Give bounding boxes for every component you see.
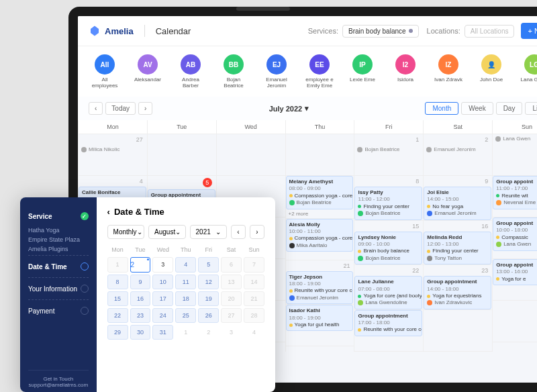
calendar-event[interactable]: Group appointment14:00 - 18:00Yoga for e… bbox=[424, 276, 491, 309]
calendar-cell[interactable] bbox=[493, 301, 537, 342]
mini-day[interactable]: 19 bbox=[198, 291, 219, 306]
calendar-cell[interactable]: Group appoint11:00 - 17:00Reunite witNev… bbox=[493, 176, 537, 217]
calendar-cell[interactable]: Alesia Molly10:00 - 11:00Compassion yoga… bbox=[286, 219, 354, 260]
employee-avatar[interactable]: ABAndrea Barber bbox=[175, 54, 207, 89]
step-payment[interactable]: Payment bbox=[28, 301, 89, 320]
calendar-cell[interactable]: Group appoint10:00 - 18:00CompassicLana … bbox=[493, 217, 537, 259]
mini-day[interactable]: 27 bbox=[221, 308, 242, 323]
year-select[interactable]: 2021⌄ bbox=[190, 225, 227, 239]
calendar-event[interactable]: Group appoint11:00 - 17:00Reunite witNev… bbox=[493, 176, 537, 209]
recurrence-select[interactable]: Monthly⌄ bbox=[107, 225, 144, 239]
mini-day[interactable]: 23 bbox=[130, 308, 151, 323]
employee-avatar[interactable]: EEemployee eEmily Eme bbox=[303, 54, 336, 89]
mini-day[interactable]: 13 bbox=[221, 275, 242, 289]
mini-day[interactable]: 25 bbox=[175, 308, 196, 323]
calendar-event[interactable]: Melany Amethyst08:00 - 09:00Compassion y… bbox=[286, 176, 354, 209]
calendar-event[interactable]: Lane Julianne07:00 - 08:00Yoga for core … bbox=[354, 276, 422, 309]
mini-day[interactable]: 9 bbox=[130, 275, 151, 289]
calendar-event[interactable]: Lyndsey Nonie09:00 - 10:00Brain body bal… bbox=[354, 232, 422, 265]
step-info[interactable]: Your Information bbox=[28, 279, 89, 298]
month-select[interactable]: August⌄ bbox=[148, 225, 185, 239]
calendar-event[interactable]: Group appoint13:00 - 16:00Yoga for e bbox=[493, 259, 537, 285]
calendar-cell[interactable]: 9Joi Elsie14:00 - 15:00No fear yogaEmanu… bbox=[424, 176, 492, 221]
calendar-cell[interactable]: 16Melinda Redd12:00 - 13:00Finding your … bbox=[424, 221, 492, 266]
calendar-cell[interactable]: 2Emanuel Jeronim bbox=[424, 134, 492, 176]
calendar-event[interactable]: Isador Kathi18:00 - 19:00Yoga for gut he… bbox=[286, 305, 354, 331]
calendar-cell[interactable]: Group appointment17:00 - 18:00Reunite wi… bbox=[354, 310, 423, 352]
employee-avatar[interactable]: AllAll employees bbox=[89, 54, 121, 89]
mini-day[interactable]: 4 bbox=[244, 325, 264, 340]
calendar-cell[interactable]: 27Milica Nikolic bbox=[79, 134, 147, 176]
calendar-event[interactable]: Joi Elsie14:00 - 15:00No fear yogaEmanue… bbox=[424, 187, 491, 220]
mini-day[interactable]: 11 bbox=[175, 275, 196, 289]
calendar-cell[interactable]: 23Group appointment14:00 - 18:00Yoga for… bbox=[424, 265, 492, 310]
period-label[interactable]: July 2022▾ bbox=[269, 104, 309, 113]
calendar-cell[interactable] bbox=[286, 134, 354, 176]
prev-button[interactable]: ‹ bbox=[89, 102, 103, 115]
calendar-cell[interactable]: 21Tiger Jepson18:00 - 19:00Reunite with … bbox=[286, 260, 354, 305]
step-service[interactable]: Service✓ bbox=[28, 207, 89, 226]
calendar-cell[interactable]: 22Lane Julianne07:00 - 08:00Yoga for cor… bbox=[354, 265, 423, 310]
mini-day[interactable]: 3 bbox=[221, 325, 242, 340]
more-link[interactable]: +2 more bbox=[286, 209, 354, 218]
mini-day[interactable]: 22 bbox=[107, 308, 128, 323]
calendar-cell[interactable] bbox=[148, 134, 216, 176]
services-filter[interactable]: Brain body balance bbox=[342, 25, 419, 38]
calendar-event[interactable]: Tiger Jepson18:00 - 19:00Reunite with yo… bbox=[286, 271, 354, 305]
mini-day[interactable]: 28 bbox=[244, 308, 264, 323]
mini-day[interactable]: 7 bbox=[244, 257, 264, 273]
mini-day[interactable]: 30 bbox=[130, 325, 151, 340]
next-button[interactable]: › bbox=[138, 102, 152, 115]
step-datetime[interactable]: Date & Time bbox=[28, 257, 89, 276]
mini-day[interactable]: 14 bbox=[244, 275, 264, 289]
calendar-cell[interactable]: 1Bojan Beatrice bbox=[354, 134, 423, 176]
calendar-event[interactable]: Alesia Molly10:00 - 11:00Compassion yoga… bbox=[286, 219, 354, 252]
mini-day[interactable]: 29 bbox=[107, 325, 128, 340]
calendar-cell[interactable]: 15Lyndsey Nonie09:00 - 10:00Brain body b… bbox=[354, 221, 423, 266]
calendar-event[interactable]: Issy Patty11:00 - 12:00Finding your cent… bbox=[354, 187, 422, 220]
calendar-cell[interactable]: Melany Amethyst08:00 - 09:00Compassion y… bbox=[286, 176, 354, 219]
mini-next[interactable]: › bbox=[250, 225, 264, 239]
view-week[interactable]: Week bbox=[461, 102, 493, 115]
calendar-event[interactable]: Melinda Redd12:00 - 13:00Finding your ce… bbox=[424, 232, 491, 265]
view-list[interactable]: List bbox=[525, 102, 537, 115]
employee-avatar[interactable]: 👤John Doe bbox=[475, 54, 507, 89]
employee-avatar[interactable]: IPLexie Eme bbox=[346, 54, 379, 89]
mini-day[interactable]: 24 bbox=[152, 308, 173, 323]
mini-day[interactable]: 12 bbox=[198, 275, 219, 289]
mini-prev[interactable]: ‹ bbox=[231, 225, 246, 239]
calendar-event[interactable]: Group appoint10:00 - 18:00CompassicLana … bbox=[493, 217, 537, 251]
mini-day[interactable]: 16 bbox=[130, 291, 151, 306]
mini-day[interactable]: 8 bbox=[107, 275, 128, 289]
today-button[interactable]: Today bbox=[105, 102, 136, 115]
mini-day[interactable]: 6 bbox=[221, 257, 242, 273]
mini-day[interactable]: 2 bbox=[198, 325, 219, 340]
locations-filter[interactable]: All Locations bbox=[465, 25, 515, 38]
mini-day[interactable]: 20 bbox=[221, 291, 242, 306]
employee-avatar[interactable]: I2Isidora bbox=[389, 54, 422, 89]
view-day[interactable]: Day bbox=[496, 102, 523, 115]
mini-day[interactable]: 15 bbox=[107, 291, 128, 306]
mini-day[interactable]: 1 bbox=[107, 257, 128, 273]
calendar-cell[interactable]: 8Issy Patty11:00 - 12:00Finding your cen… bbox=[354, 176, 423, 221]
employee-avatar[interactable]: LGLana Gwen bbox=[518, 54, 537, 89]
calendar-cell[interactable]: Lana Gwen bbox=[493, 134, 537, 176]
calendar-cell[interactable]: Group appoint13:00 - 16:00Yoga for e bbox=[493, 259, 537, 301]
mini-day[interactable]: 3 bbox=[152, 257, 173, 273]
mini-day[interactable]: 31 bbox=[152, 325, 173, 340]
chevron-left-icon[interactable]: ‹ bbox=[107, 207, 110, 217]
calendar-cell[interactable] bbox=[424, 310, 492, 352]
mini-day[interactable]: 10 bbox=[152, 275, 173, 289]
mini-day[interactable]: 21 bbox=[244, 291, 264, 306]
employee-avatar[interactable]: IZIvan Zdravk bbox=[432, 54, 465, 89]
mini-day[interactable]: 18 bbox=[175, 291, 196, 306]
mini-day[interactable]: 17 bbox=[152, 291, 173, 306]
employee-avatar[interactable]: BBBojan Beatrice bbox=[217, 54, 250, 89]
employee-avatar[interactable]: AVAleksandar bbox=[132, 54, 164, 89]
mini-day[interactable]: 26 bbox=[198, 308, 219, 323]
view-month[interactable]: Month bbox=[425, 102, 458, 115]
mini-day[interactable]: 2 bbox=[130, 257, 151, 273]
calendar-event[interactable]: Group appointment17:00 - 18:00Reunite wi… bbox=[354, 310, 422, 336]
mini-day[interactable]: 5 bbox=[198, 257, 219, 273]
mini-day[interactable]: 1 bbox=[175, 325, 196, 340]
